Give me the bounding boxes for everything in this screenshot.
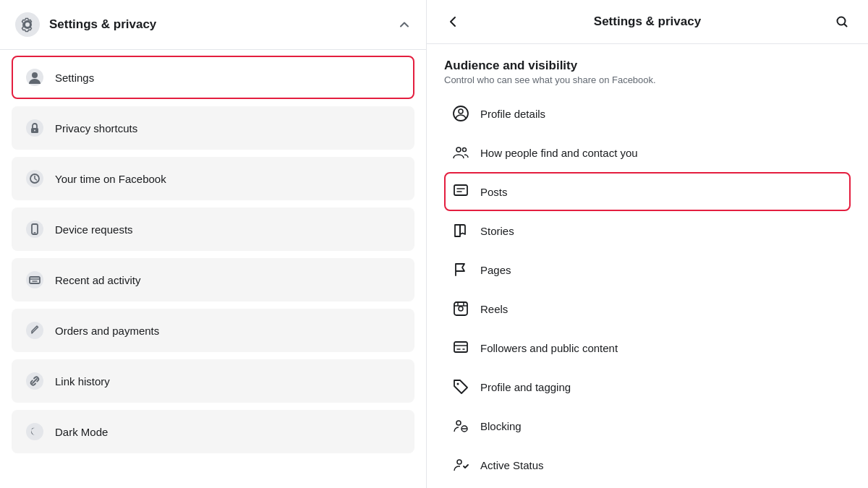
sidebar-item-device-requests[interactable]: Device requests [12,207,414,251]
audience-visibility-title: Audience and visibility [444,59,851,73]
audience-visibility-section: Audience and visibility Control who can … [444,59,851,484]
sidebar-item-link-history[interactable]: Link history [12,359,414,403]
posts-icon [451,182,470,201]
svg-point-20 [463,148,467,152]
block-person-icon [451,416,470,435]
right-header: Settings & privacy [427,0,868,44]
svg-point-11 [26,271,43,288]
svg-point-18 [459,109,463,114]
profile-details-label: Profile details [480,108,545,120]
svg-point-15 [26,423,43,440]
lock-icon [25,118,45,138]
posts-label: Posts [480,186,508,198]
sidebar-item-time-on-facebook[interactable]: Your time on Facebook [12,157,414,200]
header-left: Settings & privacy [14,12,156,38]
sidebar-item-recent-ad-activity[interactable]: Recent ad activity [12,258,414,301]
blocking-label: Blocking [480,420,522,432]
orders-payments-label: Orders and payments [55,325,159,337]
profile-tagging-label: Profile and tagging [480,381,571,393]
settings-privacy-header[interactable]: Settings & privacy [0,0,426,50]
svg-point-19 [456,147,461,152]
right-item-posts[interactable]: Posts [444,172,851,211]
right-item-profile-details[interactable]: Profile details [444,94,851,133]
right-item-reels[interactable]: Reels [444,289,851,328]
svg-point-2 [32,72,38,78]
privacy-shortcuts-label: Privacy shortcuts [55,122,137,134]
gear-icon [14,12,41,38]
moon-icon [25,421,45,442]
svg-rect-21 [454,185,467,195]
person-group-icon [451,143,470,162]
pencil-icon [25,320,45,341]
svg-point-8 [26,221,43,238]
person-icon [25,67,45,87]
sidebar-item-orders-payments[interactable]: Orders and payments [12,309,414,352]
settings-label: Settings [55,72,94,84]
svg-point-25 [457,383,459,385]
phone-icon [25,219,45,239]
left-panel: Settings & privacy Settings [0,0,427,488]
ad-icon [25,270,45,290]
active-person-icon [451,455,470,474]
svg-point-23 [459,307,463,311]
svg-rect-22 [454,302,467,315]
right-item-blocking[interactable]: Blocking [444,406,851,445]
right-item-profile-tagging[interactable]: Profile and tagging [444,367,851,406]
followers-icon [451,338,470,357]
chevron-up-icon [397,17,412,32]
svg-point-26 [456,421,461,425]
svg-rect-10 [34,232,36,234]
clock-icon [25,168,45,189]
right-item-followers-public[interactable]: Followers and public content [444,328,851,367]
tag-icon [451,377,470,396]
right-content: Audience and visibility Control who can … [427,44,868,488]
link-history-label: Link history [55,375,110,388]
reels-icon [451,299,470,318]
svg-rect-24 [454,342,467,352]
link-icon [25,371,45,391]
right-item-stories[interactable]: Stories [444,211,851,250]
stories-label: Stories [480,225,514,237]
right-item-active-status[interactable]: Active Status [444,445,851,484]
sidebar-item-privacy-shortcuts[interactable]: Privacy shortcuts [12,106,414,150]
book-icon [451,221,470,240]
active-status-label: Active Status [480,459,544,471]
followers-public-label: Followers and public content [480,342,618,354]
person-circle-icon [451,104,470,123]
audience-visibility-subtitle: Control who can see what you share on Fa… [444,74,851,85]
right-panel: Settings & privacy Audience and visibili… [427,0,868,488]
left-menu-items: Settings Privacy shortcuts [0,50,426,463]
right-header-title: Settings & privacy [594,14,701,29]
sidebar-item-settings[interactable]: Settings [12,56,414,99]
how-people-find-label: How people find and contact you [480,147,638,159]
svg-point-5 [34,130,35,132]
pages-label: Pages [480,264,511,276]
sidebar-item-dark-mode[interactable]: Dark Mode [12,410,414,453]
back-button[interactable] [441,10,464,33]
time-on-facebook-label: Your time on Facebook [55,173,166,185]
device-requests-label: Device requests [55,223,133,236]
dark-mode-label: Dark Mode [55,426,108,438]
svg-point-0 [15,12,40,37]
right-item-pages[interactable]: Pages [444,250,851,289]
header-title: Settings & privacy [49,17,156,32]
svg-point-28 [457,460,461,464]
right-item-how-people-find[interactable]: How people find and contact you [444,133,851,172]
reels-label: Reels [480,303,508,315]
recent-ad-activity-label: Recent ad activity [55,274,140,286]
flag-icon [451,260,470,279]
search-button[interactable] [830,10,854,33]
